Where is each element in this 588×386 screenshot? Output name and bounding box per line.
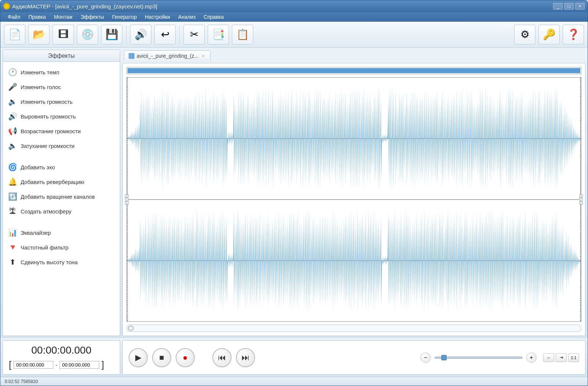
effect-label: Возрастание громкости <box>21 128 81 134</box>
menu-effects[interactable]: Эффекты <box>77 13 108 21</box>
open-file-button[interactable]: 📂 <box>28 25 50 45</box>
new-file-button[interactable]: 📄 <box>4 25 25 45</box>
copy-button[interactable]: 📑 <box>208 25 229 45</box>
effect-label: Добавить вращение каналов <box>21 194 95 200</box>
panel-collapse-right[interactable]: >> <box>579 194 583 205</box>
effect-normalize[interactable]: 🔊Выровнять громкость <box>4 109 118 124</box>
panel-collapse-left[interactable]: << <box>125 194 129 205</box>
menu-montage[interactable]: Монтаж <box>50 13 76 21</box>
undo-button[interactable]: ↩ <box>154 25 176 45</box>
selection-end-input[interactable] <box>60 361 99 369</box>
effect-channel-rotate[interactable]: 🔃Добавить вращение каналов <box>4 189 118 204</box>
effect-fadein[interactable]: 📢Возрастание громкости <box>4 124 118 138</box>
time-panel: 00:00:00.000 [ - ] <box>3 340 120 375</box>
stop-button[interactable]: ■ <box>152 348 171 367</box>
menu-help[interactable]: Справка <box>200 13 227 21</box>
effects-sidebar: Эффекты 🕐Изменить темп🎤Изменить голос🔉Из… <box>3 50 120 336</box>
maximize-button[interactable]: □ <box>564 3 574 10</box>
play-button[interactable]: ▶ <box>129 348 148 367</box>
menu-analysis[interactable]: Анализ <box>175 13 199 21</box>
effect-equalizer[interactable]: 📊Эквалайзер <box>4 225 118 240</box>
scrollbar-thumb[interactable] <box>128 326 134 331</box>
zoom-1to1-button[interactable]: 1:1 <box>568 353 579 362</box>
record-button[interactable]: ● <box>176 348 195 367</box>
tab-row: avicii_-_pure_grinding_(z... × <box>122 50 585 61</box>
close-button[interactable]: × <box>575 3 585 10</box>
channel-left[interactable] <box>127 78 581 199</box>
next-button[interactable]: ⏭ <box>236 348 255 367</box>
zoom-controls: − + ↔ ⇥ 1:1 <box>420 353 579 363</box>
settings-button[interactable]: ⚙ <box>514 25 535 45</box>
file-tab[interactable]: avicii_-_pure_grinding_(z... × <box>124 50 211 61</box>
rip-cd-icon: 💿 <box>81 28 94 41</box>
effect-pitch[interactable]: ⬆Сдвинуть высоту тона <box>4 255 118 269</box>
cut-button[interactable]: ✂ <box>183 25 205 45</box>
effect-voice[interactable]: 🎤Изменить голос <box>4 79 118 94</box>
toolbar: 📄📂🎞💿💾🔊↩✂📑📋 ⚙🔑❓ <box>0 22 588 47</box>
prev-button[interactable]: ⏮ <box>212 348 232 367</box>
menu-file[interactable]: Файл <box>4 13 24 21</box>
menu-edit[interactable]: Правка <box>25 13 49 21</box>
effects-list[interactable]: 🕐Изменить темп🎤Изменить голос🔉Изменить г… <box>3 62 120 336</box>
waveform-right-svg <box>127 200 581 322</box>
settings-icon: ⚙ <box>518 28 531 41</box>
tab-close-button[interactable]: × <box>201 53 206 59</box>
effect-atmosphere-icon: 🏝 <box>8 207 17 216</box>
fit-selection-button[interactable]: ⇥ <box>556 353 567 362</box>
waveform-left-svg <box>127 78 581 199</box>
paste-button[interactable]: 📋 <box>232 25 253 45</box>
tab-label: avicii_-_pure_grinding_(z... <box>137 53 198 59</box>
selection-range: [ - ] <box>9 359 114 371</box>
zoom-out-button[interactable]: − <box>420 353 431 363</box>
record-audio-button[interactable]: 🔊 <box>130 25 151 45</box>
effect-tempo-icon: 🕐 <box>8 68 17 77</box>
effect-equalizer-icon: 📊 <box>8 228 17 237</box>
register-button[interactable]: 🔑 <box>538 25 560 45</box>
zoom-thumb[interactable] <box>441 355 447 360</box>
open-file-icon: 📂 <box>32 28 46 41</box>
overview-fill <box>128 68 580 73</box>
zoom-slider[interactable] <box>434 357 523 359</box>
effect-tempo[interactable]: 🕐Изменить темп <box>4 65 118 79</box>
effect-atmosphere[interactable]: 🏝Создать атмосферу <box>4 204 118 219</box>
effect-echo-icon: 🌀 <box>8 163 17 171</box>
sidebar-title: Эффекты <box>3 50 120 62</box>
effect-volume-icon: 🔉 <box>8 97 17 106</box>
effect-freq-filter[interactable]: 🔻Частотный фильтр <box>4 240 118 255</box>
fit-horizontal-button[interactable]: ↔ <box>543 353 554 362</box>
current-time: 00:00:00.000 <box>9 344 114 356</box>
effect-normalize-icon: 🔊 <box>8 112 17 121</box>
menu-settings[interactable]: Настройки <box>141 13 174 21</box>
help-icon: ❓ <box>567 28 580 41</box>
waveform-container[interactable]: << >> <box>126 77 581 322</box>
transport-panel: ▶ ■ ● ⏮ ⏭ − + ↔ ⇥ 1:1 <box>122 340 585 375</box>
effect-freq-filter-icon: 🔻 <box>8 243 17 252</box>
open-video-button[interactable]: 🎞 <box>53 25 74 45</box>
copy-icon: 📑 <box>212 28 225 41</box>
effect-volume[interactable]: 🔉Изменить громкость <box>4 94 118 109</box>
effect-channel-rotate-icon: 🔃 <box>8 192 17 201</box>
save-button[interactable]: 💾 <box>101 25 122 45</box>
effect-fadeout[interactable]: 🔈Затухание громкости <box>4 138 118 153</box>
record-audio-icon: 🔊 <box>134 28 147 41</box>
undo-icon: ↩ <box>158 28 172 41</box>
register-icon: 🔑 <box>542 28 556 41</box>
app-icon <box>3 3 10 10</box>
effect-voice-icon: 🎤 <box>8 82 17 91</box>
selection-start-input[interactable] <box>14 361 53 369</box>
channel-right[interactable] <box>127 199 581 322</box>
horizontal-scrollbar[interactable] <box>126 325 581 332</box>
open-video-icon: 🎞 <box>57 28 70 41</box>
new-file-icon: 📄 <box>8 28 21 41</box>
overview-bar[interactable] <box>126 67 581 74</box>
zoom-in-button[interactable]: + <box>526 353 537 363</box>
minimize-button[interactable]: _ <box>553 3 563 10</box>
menu-generator[interactable]: Генератор <box>108 13 140 21</box>
save-icon: 💾 <box>105 28 118 41</box>
effect-echo[interactable]: 🌀Добавить эхо <box>4 160 118 174</box>
rip-cd-button[interactable]: 💿 <box>77 25 98 45</box>
help-button[interactable]: ❓ <box>563 25 584 45</box>
effect-reverb[interactable]: 🔔Добавить реверберацию <box>4 174 118 189</box>
cut-icon: ✂ <box>187 28 201 41</box>
bottom-bar: 00:00:00.000 [ - ] ▶ ■ ● ⏮ ⏭ − + <box>0 338 588 377</box>
